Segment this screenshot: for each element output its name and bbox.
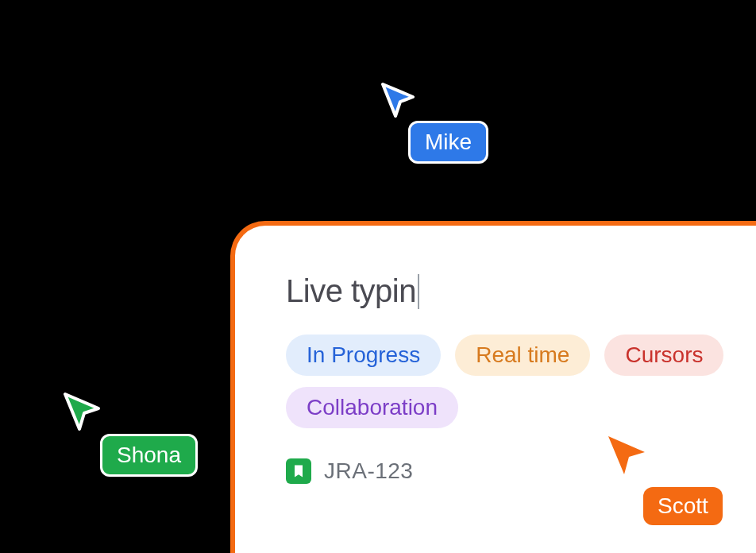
text-cursor-icon (418, 274, 419, 309)
issue-reference[interactable]: JRA-123 (286, 458, 724, 484)
cursor-arrow-icon (604, 431, 651, 479)
tag-cursors[interactable]: Cursors (604, 335, 723, 376)
cursor-arrow-icon (60, 389, 105, 434)
tag-collaboration[interactable]: Collaboration (286, 387, 458, 428)
bookmark-icon (286, 458, 311, 484)
collaborator-cursor-scott[interactable]: Scott (604, 431, 651, 479)
issue-id: JRA-123 (324, 458, 413, 484)
collaborator-name-label: Mike (408, 121, 488, 164)
tag-real-time[interactable]: Real time (455, 335, 590, 376)
title-input[interactable]: Live typin (286, 273, 724, 309)
cursor-arrow-icon (378, 79, 419, 121)
collaborator-name-label: Shona (100, 434, 198, 477)
collaborator-cursor-shona[interactable]: Shona (60, 389, 105, 434)
tag-in-progress[interactable]: In Progress (286, 335, 441, 376)
typing-text: Live typin (286, 273, 416, 309)
collaborator-cursor-mike[interactable]: Mike (378, 79, 419, 121)
tag-list: In Progress Real time Cursors Collaborat… (286, 335, 724, 428)
collaborator-name-label: Scott (643, 487, 723, 525)
